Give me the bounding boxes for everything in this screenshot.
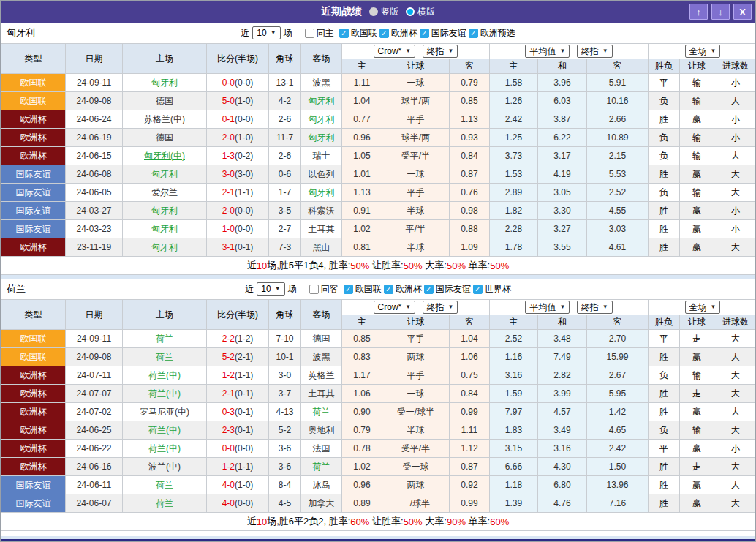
home-team-name[interactable]: 罗马尼亚(中): [140, 407, 189, 417]
score-cell: 0-3(0-1): [207, 403, 269, 421]
corner-count: 3-6: [269, 440, 301, 458]
away-team-name[interactable]: 加拿大: [309, 498, 335, 508]
avg-home-odds: 1.18: [490, 476, 538, 494]
home-team-name[interactable]: 匈牙利(中): [144, 151, 185, 161]
home-team-name[interactable]: 德国: [156, 132, 173, 143]
average-select[interactable]: 平均值▼: [525, 45, 570, 58]
avg-away-odds: 2.66: [587, 110, 649, 129]
league-filter-checkbox[interactable]: ✓欧洲杯: [384, 283, 422, 296]
same-side-checkbox[interactable]: 同客: [309, 283, 339, 296]
fullmatch-select[interactable]: 全场▼: [685, 301, 721, 314]
same-side-checkbox[interactable]: 同主: [305, 27, 334, 39]
home-cell: 匈牙利: [123, 202, 207, 220]
league-filter-checkbox[interactable]: ✓欧国联: [339, 27, 377, 39]
result-group: 全场▼: [649, 44, 756, 59]
away-team-name[interactable]: 瑞士: [313, 151, 330, 161]
home-team-name[interactable]: 荷兰: [156, 352, 173, 362]
league-filter-checkbox[interactable]: ✓国际友谊: [424, 283, 471, 296]
away-team-name[interactable]: 匈牙利: [309, 114, 335, 124]
final-index-select-2[interactable]: 终指▼: [577, 45, 613, 58]
match-result: 负: [649, 184, 680, 202]
recent-count-select[interactable]: 10 ▼: [252, 26, 280, 39]
corner-count: 3-0: [269, 366, 301, 385]
recent-count-select[interactable]: 10 ▼: [257, 282, 284, 296]
avg-home-odds: 2.89: [490, 184, 538, 202]
handicap-odds-group: Crow*▼ 终指▼: [342, 300, 490, 315]
results-body: 欧国联24-09-11匈牙利0-0(0-0)13-1波黑1.11一球0.791.…: [1, 74, 756, 257]
away-team-name[interactable]: 荷兰: [313, 462, 330, 472]
home-team-name[interactable]: 德国: [156, 96, 173, 106]
home-team-name[interactable]: 荷兰(中): [148, 443, 181, 453]
home-team-name[interactable]: 匈牙利: [151, 169, 178, 179]
home-team-name[interactable]: 荷兰: [156, 498, 173, 508]
checkbox-unchecked-icon: [309, 285, 319, 294]
avg-draw-odds: 3.99: [538, 385, 587, 403]
bookmaker-select[interactable]: Crow*▼: [374, 301, 416, 314]
home-team-name[interactable]: 荷兰(中): [148, 425, 181, 435]
avg-home-odds: 1.58: [490, 74, 538, 92]
close-button[interactable]: X: [733, 4, 752, 20]
league-filter-label: 欧洲杯: [396, 283, 422, 296]
avg-away-odds: 7.16: [587, 494, 649, 513]
home-team-name[interactable]: 匈牙利: [151, 242, 178, 252]
handicap-line: 球半/两: [382, 92, 450, 110]
away-team-name[interactable]: 匈牙利: [309, 187, 335, 197]
home-team-name[interactable]: 苏格兰(中): [144, 114, 185, 124]
table-row: 欧洲杯24-06-15匈牙利(中)1-3(0-2)2-6瑞士1.05受平/半0.…: [1, 147, 756, 165]
goals-result: 小: [714, 202, 756, 220]
away-team-name[interactable]: 土耳其: [309, 388, 335, 399]
away-team-name[interactable]: 德国: [313, 334, 330, 344]
avg-away-odds: 4.55: [587, 202, 649, 220]
half-time-score: (3-0): [235, 169, 253, 179]
away-team-name[interactable]: 波黑: [313, 78, 330, 88]
home-cell: 爱尔兰: [123, 184, 207, 202]
home-team-name[interactable]: 波兰(中): [148, 462, 181, 472]
away-team-name[interactable]: 黑山: [313, 242, 330, 252]
summary-single-rate: 50%: [490, 260, 509, 271]
home-team-name[interactable]: 荷兰(中): [148, 370, 181, 380]
scroll-up-button[interactable]: ↑: [689, 4, 708, 20]
home-team-name[interactable]: 爱尔兰: [151, 187, 178, 197]
home-team-name[interactable]: 荷兰(中): [148, 388, 181, 399]
away-team-name[interactable]: 以色列: [309, 169, 335, 179]
average-select[interactable]: 平均值▼: [525, 301, 570, 314]
home-team-name[interactable]: 荷兰: [156, 480, 173, 490]
league-filter-checkbox[interactable]: ✓欧洲预选: [469, 27, 515, 39]
away-team-name[interactable]: 奥地利: [309, 425, 335, 435]
select-value: 10: [257, 28, 266, 38]
home-team-name[interactable]: 匈牙利: [151, 206, 178, 216]
radio-horizontal[interactable]: 横版: [406, 6, 435, 18]
league-filter-checkbox[interactable]: ✓国际友谊: [420, 27, 466, 39]
home-team-name[interactable]: 匈牙利: [151, 224, 178, 234]
final-index-select[interactable]: 终指▼: [423, 45, 458, 58]
league-filter-checkbox[interactable]: ✓欧国联: [344, 283, 382, 296]
home-team-name[interactable]: 荷兰: [156, 334, 173, 344]
page-title: 近期战绩: [321, 5, 362, 18]
away-team-name[interactable]: 波黑: [313, 352, 330, 362]
col-score: 比分(半场): [207, 300, 269, 330]
away-team-name[interactable]: 法国: [313, 443, 330, 453]
away-team-name[interactable]: 英格兰: [309, 370, 335, 380]
scroll-down-button[interactable]: ↓: [711, 4, 730, 20]
away-team-name[interactable]: 科索沃: [309, 206, 335, 216]
away-team-name[interactable]: 匈牙利: [309, 96, 335, 106]
final-index-select[interactable]: 终指▼: [423, 301, 458, 314]
radio-vertical[interactable]: 竖版: [369, 6, 398, 18]
home-cell: 荷兰(中): [123, 440, 207, 458]
away-team-name[interactable]: 匈牙利: [309, 132, 335, 143]
match-result: 胜: [649, 494, 680, 513]
home-team-name[interactable]: 匈牙利: [151, 78, 178, 88]
bookmaker-select[interactable]: Crow*▼: [374, 45, 416, 58]
away-team-name[interactable]: 荷兰: [313, 407, 330, 417]
summary-record: 场,胜5平1负4, 胜率:: [267, 259, 350, 272]
subcol-handicap-result: 让球: [680, 59, 714, 74]
filter-controls: 近 10 ▼ 场 同主 ✓欧国联✓欧洲杯✓国际友谊✓欧洲预选: [241, 26, 515, 39]
league-filter-checkbox[interactable]: ✓世界杯: [473, 283, 511, 296]
fullmatch-select[interactable]: 全场▼: [685, 45, 721, 58]
col-corner: 角球: [269, 44, 301, 74]
league-filter-checkbox[interactable]: ✓欧洲杯: [379, 27, 417, 39]
final-index-select-2[interactable]: 终指▼: [577, 301, 613, 314]
away-team-name[interactable]: 土耳其: [309, 224, 335, 234]
subcol-winlose: 胜负: [649, 315, 680, 330]
away-team-name[interactable]: 冰岛: [313, 480, 330, 490]
